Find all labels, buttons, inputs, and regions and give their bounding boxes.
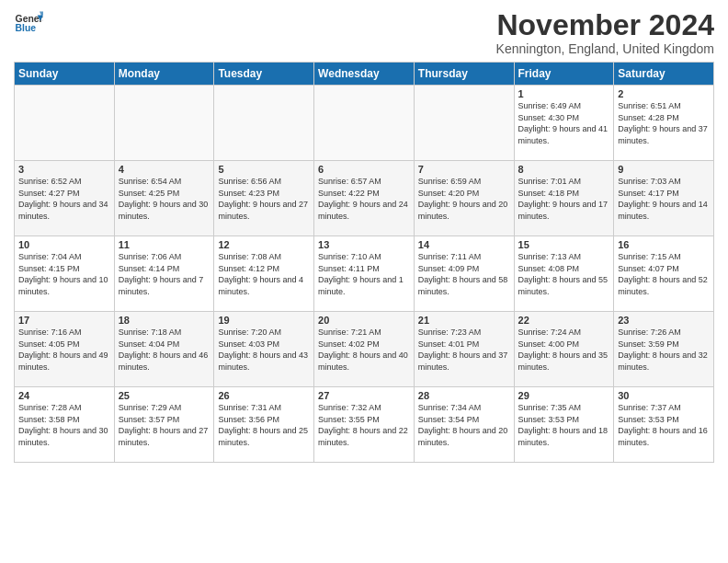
day-info: Sunrise: 7:13 AM Sunset: 4:08 PM Dayligh… [518,251,610,297]
day-number: 6 [318,164,410,175]
day-number: 11 [119,239,210,250]
logo-icon: General Blue [14,9,43,39]
day-number: 8 [518,164,610,175]
table-row: 29Sunrise: 7:35 AM Sunset: 3:53 PM Dayli… [514,387,614,463]
calendar-week-1: 1Sunrise: 6:49 AM Sunset: 4:30 PM Daylig… [15,86,714,161]
table-row: 3Sunrise: 6:52 AM Sunset: 4:27 PM Daylig… [15,161,115,236]
day-number: 25 [119,390,210,401]
table-row: 14Sunrise: 7:11 AM Sunset: 4:09 PM Dayli… [414,236,514,312]
day-info: Sunrise: 7:34 AM Sunset: 3:54 PM Dayligh… [418,402,510,448]
table-row: 16Sunrise: 7:15 AM Sunset: 4:07 PM Dayli… [614,236,714,312]
day-info: Sunrise: 7:20 AM Sunset: 4:03 PM Dayligh… [218,327,310,373]
day-number: 10 [18,239,110,250]
col-sunday: Sunday [15,63,115,86]
location: Kennington, England, United Kingdom [496,41,714,56]
day-number: 29 [518,390,610,401]
day-info: Sunrise: 7:01 AM Sunset: 4:18 PM Dayligh… [518,176,610,222]
table-row: 30Sunrise: 7:37 AM Sunset: 3:53 PM Dayli… [614,387,714,463]
day-number: 24 [18,390,110,401]
day-info: Sunrise: 7:32 AM Sunset: 3:55 PM Dayligh… [318,402,410,448]
table-row: 1Sunrise: 6:49 AM Sunset: 4:30 PM Daylig… [514,86,614,161]
table-row: 12Sunrise: 7:08 AM Sunset: 4:12 PM Dayli… [214,236,314,312]
table-row: 6Sunrise: 6:57 AM Sunset: 4:22 PM Daylig… [314,161,415,236]
table-row [15,86,115,161]
day-number: 17 [18,315,110,326]
table-row: 8Sunrise: 7:01 AM Sunset: 4:18 PM Daylig… [514,161,614,236]
table-row: 26Sunrise: 7:31 AM Sunset: 3:56 PM Dayli… [214,387,314,463]
day-number: 1 [518,88,610,99]
calendar-week-3: 10Sunrise: 7:04 AM Sunset: 4:15 PM Dayli… [15,236,714,312]
day-info: Sunrise: 6:57 AM Sunset: 4:22 PM Dayligh… [318,176,410,222]
day-number: 27 [318,390,410,401]
day-info: Sunrise: 7:15 AM Sunset: 4:07 PM Dayligh… [618,251,710,297]
table-row: 24Sunrise: 7:28 AM Sunset: 3:58 PM Dayli… [15,387,115,463]
day-number: 2 [618,88,710,99]
logo: General Blue [14,9,43,39]
table-row: 2Sunrise: 6:51 AM Sunset: 4:28 PM Daylig… [614,86,714,161]
day-number: 21 [418,315,510,326]
day-info: Sunrise: 7:10 AM Sunset: 4:11 PM Dayligh… [318,251,410,297]
day-info: Sunrise: 7:08 AM Sunset: 4:12 PM Dayligh… [218,251,310,297]
table-row: 5Sunrise: 6:56 AM Sunset: 4:23 PM Daylig… [214,161,314,236]
day-info: Sunrise: 7:06 AM Sunset: 4:14 PM Dayligh… [119,251,210,297]
svg-text:Blue: Blue [16,23,37,33]
table-row: 4Sunrise: 6:54 AM Sunset: 4:25 PM Daylig… [114,161,214,236]
day-number: 5 [218,164,310,175]
day-info: Sunrise: 7:18 AM Sunset: 4:04 PM Dayligh… [119,327,210,373]
day-info: Sunrise: 7:11 AM Sunset: 4:09 PM Dayligh… [418,251,510,297]
day-number: 28 [418,390,510,401]
day-number: 9 [618,164,710,175]
day-number: 26 [218,390,310,401]
day-info: Sunrise: 7:35 AM Sunset: 3:53 PM Dayligh… [518,402,610,448]
day-info: Sunrise: 7:24 AM Sunset: 4:00 PM Dayligh… [518,327,610,373]
table-row: 9Sunrise: 7:03 AM Sunset: 4:17 PM Daylig… [614,161,714,236]
day-info: Sunrise: 6:54 AM Sunset: 4:25 PM Dayligh… [119,176,210,222]
table-row: 20Sunrise: 7:21 AM Sunset: 4:02 PM Dayli… [314,312,415,387]
day-number: 13 [318,239,410,250]
table-row: 18Sunrise: 7:18 AM Sunset: 4:04 PM Dayli… [114,312,214,387]
day-number: 14 [418,239,510,250]
day-info: Sunrise: 7:16 AM Sunset: 4:05 PM Dayligh… [18,327,110,373]
day-info: Sunrise: 6:59 AM Sunset: 4:20 PM Dayligh… [418,176,510,222]
table-row [314,86,415,161]
day-number: 15 [518,239,610,250]
page-header: General Blue November 2024 Kennington, E… [14,9,714,56]
calendar-table: Sunday Monday Tuesday Wednesday Thursday… [14,62,714,463]
day-number: 3 [18,164,110,175]
calendar-week-5: 24Sunrise: 7:28 AM Sunset: 3:58 PM Dayli… [15,387,714,463]
day-info: Sunrise: 6:52 AM Sunset: 4:27 PM Dayligh… [18,176,110,222]
day-info: Sunrise: 7:37 AM Sunset: 3:53 PM Dayligh… [618,402,710,448]
table-row: 7Sunrise: 6:59 AM Sunset: 4:20 PM Daylig… [414,161,514,236]
day-info: Sunrise: 7:23 AM Sunset: 4:01 PM Dayligh… [418,327,510,373]
day-info: Sunrise: 7:21 AM Sunset: 4:02 PM Dayligh… [318,327,410,373]
table-row [114,86,214,161]
table-row: 10Sunrise: 7:04 AM Sunset: 4:15 PM Dayli… [15,236,115,312]
col-monday: Monday [114,63,214,86]
table-row: 11Sunrise: 7:06 AM Sunset: 4:14 PM Dayli… [114,236,214,312]
col-wednesday: Wednesday [314,63,415,86]
table-row: 23Sunrise: 7:26 AM Sunset: 3:59 PM Dayli… [614,312,714,387]
day-number: 22 [518,315,610,326]
table-row: 17Sunrise: 7:16 AM Sunset: 4:05 PM Dayli… [15,312,115,387]
day-info: Sunrise: 7:26 AM Sunset: 3:59 PM Dayligh… [618,327,710,373]
day-info: Sunrise: 6:56 AM Sunset: 4:23 PM Dayligh… [218,176,310,222]
table-row: 22Sunrise: 7:24 AM Sunset: 4:00 PM Dayli… [514,312,614,387]
day-number: 23 [618,315,710,326]
day-number: 19 [218,315,310,326]
day-number: 12 [218,239,310,250]
table-row: 25Sunrise: 7:29 AM Sunset: 3:57 PM Dayli… [114,387,214,463]
day-info: Sunrise: 7:31 AM Sunset: 3:56 PM Dayligh… [218,402,310,448]
day-info: Sunrise: 7:29 AM Sunset: 3:57 PM Dayligh… [119,402,210,448]
month-title: November 2024 [496,9,714,41]
table-row: 19Sunrise: 7:20 AM Sunset: 4:03 PM Dayli… [214,312,314,387]
day-number: 30 [618,390,710,401]
title-block: November 2024 Kennington, England, Unite… [496,9,714,56]
day-number: 4 [119,164,210,175]
col-friday: Friday [514,63,614,86]
calendar-header-row: Sunday Monday Tuesday Wednesday Thursday… [15,63,714,86]
day-info: Sunrise: 7:04 AM Sunset: 4:15 PM Dayligh… [18,251,110,297]
table-row: 13Sunrise: 7:10 AM Sunset: 4:11 PM Dayli… [314,236,415,312]
table-row: 28Sunrise: 7:34 AM Sunset: 3:54 PM Dayli… [414,387,514,463]
col-thursday: Thursday [414,63,514,86]
table-row: 27Sunrise: 7:32 AM Sunset: 3:55 PM Dayli… [314,387,415,463]
